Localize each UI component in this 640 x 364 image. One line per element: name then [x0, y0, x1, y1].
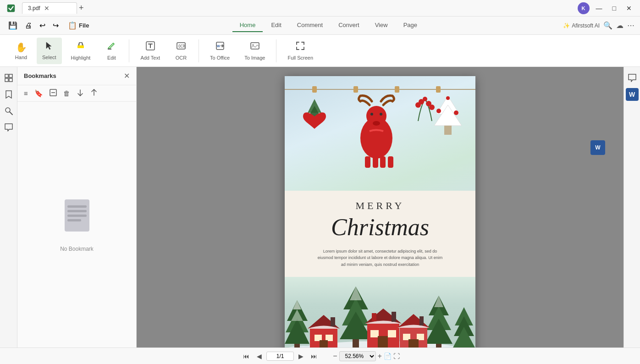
- file-icon: 📋: [68, 21, 77, 30]
- zoom-out-button[interactable]: −: [333, 352, 337, 360]
- prev-page-button[interactable]: ◀: [254, 352, 265, 361]
- app-logo: [5, 2, 17, 15]
- bookmark-import-icon[interactable]: [75, 88, 86, 99]
- bookmark-collapse-icon[interactable]: [48, 88, 59, 99]
- bookmark-add-icon[interactable]: 🔖: [33, 88, 45, 99]
- maximize-button[interactable]: □: [609, 3, 620, 14]
- bookmark-expand-icon[interactable]: ≡: [22, 88, 30, 98]
- tab-comment[interactable]: Comment: [290, 19, 330, 32]
- cloud-button[interactable]: ☁: [616, 21, 623, 30]
- svg-rect-59: [436, 344, 441, 347]
- svg-rect-35: [444, 126, 452, 135]
- fit-window-button[interactable]: ⛶: [393, 353, 400, 360]
- minimize-button[interactable]: —: [592, 3, 606, 14]
- bookmarks-title: Bookmarks: [24, 72, 56, 79]
- tab-area: 3.pdf ✕ +: [22, 2, 578, 14]
- main-area: Bookmarks ✕ ≡ 🔖 🗑: [0, 67, 640, 347]
- tab-page[interactable]: Page: [396, 19, 425, 32]
- menu-tabs: Home Edit Comment Convert View Page: [95, 19, 561, 32]
- add-text-label: Add Text: [140, 55, 160, 61]
- toolbar-separator-2: [199, 39, 199, 62]
- sidebar-thumbnail-icon[interactable]: [2, 72, 15, 84]
- add-tab-button[interactable]: +: [79, 3, 84, 13]
- tab-home[interactable]: Home: [232, 19, 263, 32]
- page-input[interactable]: [266, 352, 294, 361]
- clip-3: [395, 86, 399, 93]
- ai-button[interactable]: ✨ Afirstsoft AI: [563, 22, 600, 29]
- tab-edit[interactable]: Edit: [264, 19, 288, 32]
- right-word-icon[interactable]: W: [626, 88, 639, 101]
- pine-tree-4: [452, 305, 475, 347]
- select-tool-button[interactable]: Select: [37, 38, 62, 64]
- search-button[interactable]: 🔍: [603, 21, 612, 30]
- to-office-tool-button[interactable]: W To Office: [204, 38, 235, 64]
- file-menu[interactable]: 📋 File: [63, 19, 94, 32]
- to-image-tool-button[interactable]: To Image: [239, 38, 270, 64]
- svg-rect-63: [417, 334, 424, 340]
- last-page-button[interactable]: ⏭: [308, 352, 320, 361]
- no-bookmark-text: No Bookmark: [60, 246, 94, 252]
- print-button[interactable]: 🖨: [22, 21, 35, 31]
- add-text-tool-button[interactable]: Add Text: [135, 38, 166, 64]
- hand-tool-button[interactable]: ✋ Hand: [9, 38, 33, 64]
- svg-point-29: [370, 113, 373, 116]
- svg-rect-34: [388, 156, 393, 168]
- word-icon-badge[interactable]: W: [590, 140, 605, 155]
- card-image-top: [285, 76, 475, 191]
- svg-rect-24: [67, 215, 87, 217]
- hand-icon: ✋: [16, 42, 27, 53]
- red-house-3: [397, 312, 430, 347]
- svg-rect-23: [67, 210, 87, 212]
- svg-rect-57: [392, 312, 396, 322]
- sidebar-comment-icon[interactable]: [2, 121, 15, 134]
- fullscreen-label: Full Screen: [287, 55, 313, 61]
- deer-ornament: [344, 92, 408, 172]
- ai-label: Afirstsoft AI: [572, 22, 600, 29]
- zoom-select[interactable]: 52.56% 25% 50% 75% 100% 150% 200%: [339, 351, 376, 361]
- tab-convert[interactable]: Convert: [331, 19, 367, 32]
- close-button[interactable]: ✕: [623, 3, 635, 14]
- ocr-tool-button[interactable]: OCR OCR: [169, 38, 193, 64]
- svg-rect-1: [77, 45, 84, 48]
- bookmark-delete-icon[interactable]: 🗑: [61, 88, 72, 98]
- svg-rect-0: [7, 4, 15, 12]
- fit-page-button[interactable]: 📄: [384, 353, 392, 360]
- right-sidebar: W: [623, 67, 640, 347]
- svg-rect-51: [353, 339, 359, 347]
- to-image-label: To Image: [244, 55, 265, 61]
- pine-tree-1: [285, 298, 310, 347]
- sidebar-bookmark-icon[interactable]: [2, 88, 15, 101]
- highlight-tool-button[interactable]: Highlight: [66, 38, 96, 64]
- bookmark-export-icon[interactable]: [88, 88, 99, 99]
- ocr-label: OCR: [176, 55, 187, 61]
- to-image-icon: [250, 41, 260, 53]
- pdf-tab[interactable]: 3.pdf ✕: [22, 2, 77, 14]
- add-text-icon: [145, 41, 155, 53]
- to-office-icon: W: [215, 41, 225, 53]
- svg-rect-47: [314, 335, 322, 341]
- undo-button[interactable]: ↩: [37, 20, 48, 31]
- save-button[interactable]: 💾: [6, 20, 20, 31]
- christmas-text: Christmas: [298, 214, 462, 241]
- first-page-button[interactable]: ⏮: [240, 352, 252, 361]
- tab-close-button[interactable]: ✕: [44, 5, 50, 12]
- svg-rect-15: [5, 78, 8, 82]
- tab-view[interactable]: View: [368, 19, 395, 32]
- svg-rect-48: [326, 335, 333, 341]
- edit-tool-button[interactable]: Edit: [99, 38, 123, 64]
- card-image-bottom: [285, 277, 475, 347]
- berry-branch: [411, 94, 439, 141]
- right-comments-icon[interactable]: [626, 72, 639, 84]
- fullscreen-tool-button[interactable]: Full Screen: [282, 38, 319, 64]
- next-page-button[interactable]: ▶: [296, 352, 306, 361]
- menu-right: ✨ Afirstsoft AI 🔍 ☁ ⋯: [563, 21, 634, 30]
- highlight-icon: [76, 41, 86, 53]
- bookmarks-close-button[interactable]: ✕: [124, 72, 130, 80]
- pdf-viewer-area[interactable]: MERRY Christmas Lorem ipsum dolor sit am…: [137, 67, 623, 347]
- svg-rect-13: [5, 74, 8, 77]
- bookmarks-header: Bookmarks ✕: [17, 67, 136, 85]
- zoom-in-button[interactable]: +: [378, 352, 382, 360]
- settings-button[interactable]: ⋯: [627, 21, 634, 30]
- sidebar-search-icon[interactable]: [2, 105, 15, 117]
- redo-button[interactable]: ↪: [50, 20, 61, 31]
